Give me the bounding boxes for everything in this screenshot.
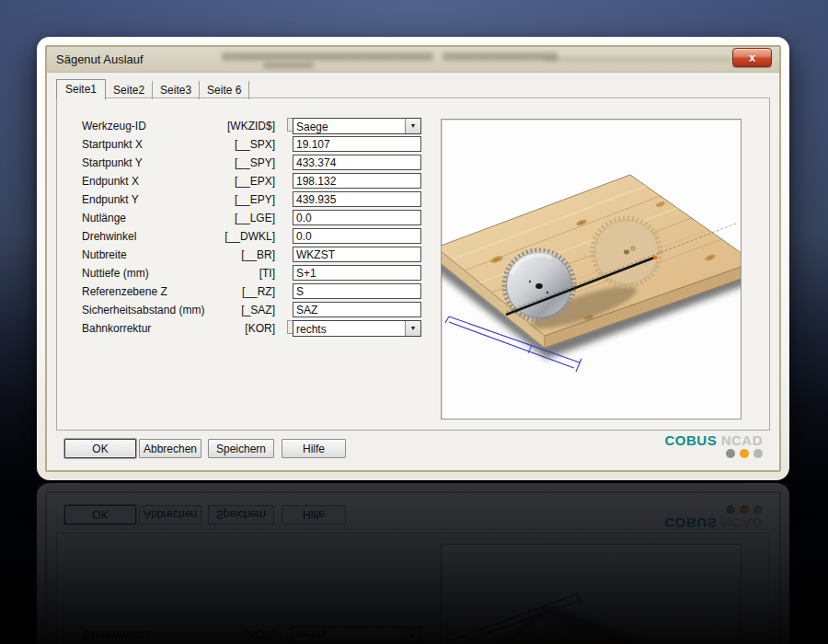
brand-ncad: NCAD <box>721 432 763 448</box>
preview-panel <box>441 119 742 420</box>
field-label: Bahnkorrektur <box>82 322 218 335</box>
wood-board <box>442 175 741 348</box>
endpunkt-y-input[interactable] <box>293 191 421 207</box>
field-code: [__BR] <box>218 248 275 261</box>
titlebar-ghost-line <box>544 58 732 61</box>
refl-form-row: Bahnkorrektur [KOR] rechts ▼ <box>82 627 421 643</box>
dialog-frame: Sägenut Auslauf x Seite1 Seite2 Seite3 S… <box>45 45 781 472</box>
chevron-down-icon[interactable]: ▼ <box>405 119 420 133</box>
refl-dialog-frame: Sägenut Auslauf x Seite1 Seite2 Seite3 S… <box>45 491 781 644</box>
save-button[interactable]: Speichern <box>208 439 274 458</box>
refl-parameter-form: Werkzeug-ID [WKZID$] Saege ▼ Startpunkt … <box>82 625 421 644</box>
field-code: [__DWKL] <box>218 230 275 243</box>
titlebar[interactable]: Sägenut Auslauf x <box>47 47 779 73</box>
titlebar-ghost-text <box>222 52 433 61</box>
nutlaenge-input[interactable] <box>293 210 421 225</box>
brand-dot-orange <box>740 449 749 458</box>
brand-logo: COBUS NCAD <box>665 433 763 458</box>
refl-button-bar: OK Abbrechen Speichern Hilfe COBUS NCAD <box>58 503 768 525</box>
form-row: Endpunkt Y [__EPY] <box>82 191 421 207</box>
refl-blade-shadow <box>528 627 640 644</box>
field-label: Nuttiefe (mm) <box>82 267 218 280</box>
sicherheitsabstand-input[interactable] <box>293 302 421 317</box>
form-row: Startpunkt Y [__SPY] <box>82 155 421 170</box>
field-code: [_SAZ] <box>218 304 275 316</box>
refl-brand-logo: COBUS NCAD <box>665 505 763 530</box>
close-button[interactable]: x <box>732 48 772 67</box>
field-code: [WKZID$] <box>218 120 275 132</box>
form-row: Nutlänge [__LGE] <box>82 210 421 225</box>
refl-save-button: Speichern <box>208 505 274 524</box>
field-label: Werkzeug-ID <box>82 120 218 132</box>
refl-brand-text: COBUS NCAD <box>665 516 763 530</box>
field-code: [__SPX] <box>218 138 275 151</box>
tab-seite3[interactable]: Seite3 <box>153 81 200 99</box>
tab-bar: Seite1 Seite2 Seite3 Seite 6 <box>56 79 770 99</box>
brand-dots <box>665 449 763 458</box>
nuttiefe-input[interactable] <box>293 265 421 281</box>
field-code: [__LGE] <box>218 212 275 224</box>
field-code: [TI] <box>218 267 275 280</box>
form-row: Referenzebene Z [__RZ] <box>82 283 421 299</box>
refl-dimension-lines <box>445 592 581 644</box>
startpunkt-x-input[interactable] <box>293 136 421 152</box>
field-code: [KOR] <box>218 322 275 335</box>
brand-text: COBUS NCAD <box>665 433 763 447</box>
window-title: Sägenut Auslauf <box>56 52 144 66</box>
field-code: [__EPY] <box>218 193 275 206</box>
refl-cancel-button: Abbrechen <box>139 505 201 524</box>
refl-wood-board <box>442 615 741 644</box>
form-row: Werkzeug-ID [WKZID$] Saege ▼ <box>82 118 421 133</box>
field-code: [__EPX] <box>218 175 275 188</box>
refl-brand-dot-lightgray <box>753 505 763 514</box>
window-reflection: Sägenut Auslauf x Seite1 Seite2 Seite3 S… <box>37 483 789 644</box>
form-row: Bahnkorrektur [KOR] rechts ▼ <box>82 320 421 336</box>
refl-field-code: [KOR] <box>218 629 275 642</box>
refl-brand-ncad: NCAD <box>721 515 763 531</box>
chevron-down-icon[interactable]: ▼ <box>405 321 420 336</box>
refl-board-shadow <box>442 604 741 644</box>
form-row: Startpunkt X [__SPX] <box>82 136 421 152</box>
refl-bahnkorrektur-select: rechts ▼ <box>293 627 421 644</box>
drehwinkel-input[interactable] <box>293 228 421 244</box>
endpunkt-x-input[interactable] <box>293 173 421 189</box>
refl-brand-dots <box>665 505 763 514</box>
brand-dot-lightgray <box>753 449 763 458</box>
field-label: Startpunkt Y <box>82 156 218 169</box>
refl-saw-groove-3d-preview <box>442 545 741 644</box>
form-row: Nuttiefe (mm) [TI] <box>82 265 421 281</box>
tab-seite2[interactable]: Seite2 <box>106 81 153 99</box>
refl-brand-dot-gray <box>726 505 735 514</box>
cancel-button[interactable]: Abbrechen <box>139 439 201 458</box>
refl-brand-dot-orange <box>740 505 749 514</box>
dialog-window: Sägenut Auslauf x Seite1 Seite2 Seite3 S… <box>37 37 789 480</box>
tab-seite1[interactable]: Seite1 <box>56 79 106 100</box>
field-label: Sicherheitsabstand (mm) <box>82 304 218 316</box>
button-bar: OK Abbrechen Speichern Hilfe COBUS NCAD <box>58 438 768 460</box>
titlebar-ghost-text <box>263 63 314 68</box>
ok-button[interactable]: OK <box>64 439 136 458</box>
field-label: Nutlänge <box>82 212 218 224</box>
bahnkorrektur-select[interactable]: rechts ▼ <box>293 320 421 337</box>
field-label: Nutbreite <box>82 248 218 261</box>
parameter-form: Werkzeug-ID [WKZID$] Saege ▼ Startpunkt … <box>82 118 421 339</box>
brand-cobus: COBUS <box>665 432 718 448</box>
help-button[interactable]: Hilfe <box>282 439 346 458</box>
field-label: Endpunkt X <box>82 175 218 188</box>
dialog-window: Sägenut Auslauf x Seite1 Seite2 Seite3 S… <box>37 483 789 644</box>
reflection-fade-overlay <box>37 483 789 644</box>
tab-seite6[interactable]: Seite 6 <box>200 81 249 99</box>
nutbreite-input[interactable] <box>293 247 421 262</box>
werkzeug-id-select[interactable]: Saege ▼ <box>293 118 421 134</box>
form-row: Drehwinkel [__DWKL] <box>82 228 421 244</box>
refl-field-label: Bahnkorrektur <box>82 629 218 642</box>
field-label: Drehwinkel <box>82 230 218 243</box>
field-label: Referenzebene Z <box>82 285 218 298</box>
form-row: Endpunkt X [__EPX] <box>82 173 421 189</box>
startpunkt-y-input[interactable] <box>293 155 421 170</box>
saw-groove-3d-preview <box>442 120 741 419</box>
brand-dot-gray <box>726 449 735 458</box>
refl-chevron-down-icon: ▼ <box>405 628 420 643</box>
referenzebene-z-input[interactable] <box>293 283 421 299</box>
refl-brand-cobus: COBUS <box>665 515 718 531</box>
